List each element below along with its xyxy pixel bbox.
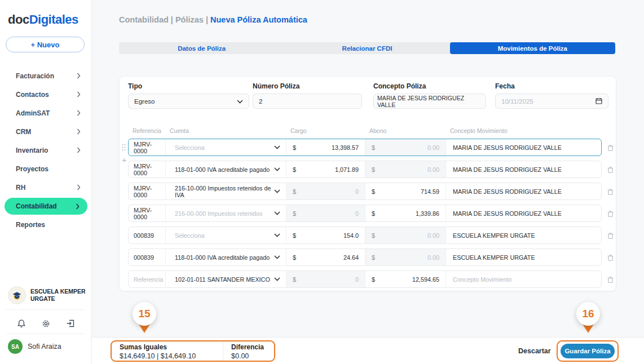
sidebar-item-facturacion[interactable]: Facturación <box>0 66 92 85</box>
chevron-right-icon <box>77 147 81 153</box>
tab-bar: Datos de Póliza Relacionar CFDI Movimien… <box>119 42 615 54</box>
sumas-iguales-value: $14,649.10 | $14,649.10 <box>120 352 223 360</box>
tipo-select[interactable]: Egreso <box>128 94 249 109</box>
cuenta-select[interactable]: 216-10-000 Impuestos retenidos de IVA <box>165 183 286 199</box>
chevron-right-icon <box>77 73 81 79</box>
abono-input[interactable]: $0.00 <box>365 161 445 177</box>
concepto-movimiento-input[interactable]: MARIA DE JESUS RODRIGUEZ VALLE <box>445 183 601 199</box>
cuenta-select[interactable]: 102-01-011 SANTANDER MEXICO <box>165 271 286 287</box>
cargo-input[interactable]: $1,071.89 <box>286 161 365 177</box>
trash-icon[interactable] <box>607 188 614 196</box>
cargo-input[interactable]: $24.64 <box>286 249 365 265</box>
trash-icon[interactable] <box>607 254 614 261</box>
concepto-poliza-input[interactable]: MARIA DE JESUS RODRIGUEZ VALLE <box>373 94 486 109</box>
concepto-movimiento-input[interactable]: MARIA DE JESUS RODRIGUEZ VALLE <box>445 139 601 156</box>
abono-input[interactable]: $0.00 <box>365 227 445 243</box>
sidebar-item-inventario[interactable]: Inventario <box>0 141 92 159</box>
abono-input[interactable]: $714.59 <box>365 183 445 199</box>
sumas-iguales-label: Sumas Iguales <box>120 343 223 351</box>
trash-icon[interactable] <box>607 166 614 174</box>
cargo-input[interactable]: $0 <box>286 205 365 221</box>
concepto-movimiento-input[interactable]: ESCUELA KEMPER URGATE <box>445 249 601 265</box>
organization-switcher[interactable]: ESCUELA KEMPER URGATE <box>8 286 87 304</box>
logout-icon[interactable] <box>64 317 77 330</box>
col-concepto-movimiento: Concepto Movimiento <box>445 127 602 134</box>
fecha-input[interactable]: 10/11/2025 <box>495 94 608 109</box>
abono-input[interactable]: $12,594.65 <box>365 271 445 287</box>
trash-icon[interactable] <box>607 232 614 239</box>
numero-poliza-label: Número Póliza <box>253 82 362 90</box>
cuenta-select[interactable]: 118-01-000 IVA acreditable pagado <box>165 161 286 177</box>
chevron-down-icon <box>274 189 280 193</box>
drag-handle-icon[interactable] <box>121 143 126 153</box>
referencia-cell[interactable]: 000839 <box>129 249 165 265</box>
chevron-right-icon <box>77 110 81 116</box>
cuenta-select[interactable]: 118-01-000 IVA acreditable pagado <box>165 249 286 265</box>
chevron-right-icon <box>77 128 81 135</box>
calendar-icon[interactable] <box>596 97 602 105</box>
sidebar-item-rh[interactable]: RH <box>0 178 92 197</box>
cargo-input[interactable]: $154.0 <box>286 227 365 243</box>
tab-datos-de-poliza[interactable]: Datos de Póliza <box>119 42 284 54</box>
graduation-cap-icon <box>11 290 23 300</box>
diferencia-label: Diferencia <box>231 343 264 351</box>
referencia-cell[interactable]: MJRV-0000 <box>129 161 165 177</box>
descartar-button[interactable]: Descartar <box>518 338 551 364</box>
concepto-movimiento-input[interactable]: MARIA DE JESUS RODRIGUEZ VALLE <box>445 205 601 221</box>
referencia-cell[interactable]: 000839 <box>129 227 165 243</box>
table-row: MJRV-0000 Selecciona $13,398.57 $0.00 MA… <box>128 139 615 156</box>
sidebar-quick-actions <box>0 317 92 330</box>
abono-input[interactable]: $0.00 <box>365 139 445 156</box>
col-referencia: Referencia <box>128 127 165 134</box>
gear-icon[interactable] <box>39 317 52 330</box>
tab-movimientos-de-poliza[interactable]: Movimientos de Póliza <box>450 42 615 54</box>
table-row: 000839 Selecciona $154.0 $0.00 ESCUELA K… <box>128 227 615 244</box>
trash-icon[interactable] <box>607 210 614 217</box>
poliza-card: Tipo Egreso Número Póliza 2 Concepto Pól… <box>119 76 616 291</box>
sidebar-item-contabilidad[interactable]: Contabilidad <box>5 198 87 215</box>
divider <box>6 334 85 334</box>
referencia-cell[interactable]: MJRV-0000 <box>129 183 165 199</box>
guardar-poliza-highlight: Guardar Póliza <box>557 340 619 362</box>
concepto-movimiento-input[interactable]: MARIA DE JESUS RODRIGUEZ VALLE <box>445 161 601 177</box>
chevron-down-icon <box>274 277 280 281</box>
cuenta-select[interactable]: Selecciona <box>165 139 286 156</box>
sidebar-item-adminsat[interactable]: AdminSAT <box>0 104 92 122</box>
fecha-label: Fecha <box>495 82 608 90</box>
chevron-down-icon <box>237 98 243 105</box>
user-menu[interactable]: SA Sofi Araiza <box>8 339 61 354</box>
table-header: Referencia Cuenta Cargo Abono Concepto M… <box>128 127 602 134</box>
table-row: Referencia 102-01-011 SANTANDER MEXICO $… <box>128 270 615 288</box>
sidebar-item-crm[interactable]: CRM <box>0 122 92 141</box>
bell-icon[interactable] <box>15 317 28 330</box>
cuenta-select[interactable]: 216-00-000 Impuestos retenidos <box>165 205 286 221</box>
cargo-input[interactable]: $0 <box>286 183 365 199</box>
breadcrumb-trail[interactable]: Contabilidad | Pólizas | <box>119 15 208 24</box>
sidebar-item-proyectos[interactable]: Proyectos <box>0 159 92 178</box>
concepto-movimiento-input[interactable]: ESCUELA KEMPER URGATE <box>445 227 601 243</box>
trash-icon[interactable] <box>607 276 614 283</box>
guardar-poliza-button[interactable]: Guardar Póliza <box>561 344 615 358</box>
sidebar-item-contactos[interactable]: Contactos <box>0 85 92 104</box>
cargo-input[interactable]: $13,398.57 <box>286 139 365 156</box>
add-row-icon[interactable]: + <box>122 155 127 165</box>
abono-input[interactable]: $1,339.86 <box>365 205 445 221</box>
referencia-cell[interactable]: MJRV-0000 <box>129 205 165 221</box>
sidebar-item-reportes[interactable]: Reportes <box>0 215 92 234</box>
cuenta-select[interactable]: Selecciona <box>165 227 286 243</box>
abono-input[interactable]: $0.00 <box>365 249 445 265</box>
referencia-cell[interactable]: Referencia <box>129 271 165 287</box>
sumas-panel: Sumas Iguales $14,649.10 | $14,649.10 Di… <box>111 340 275 362</box>
numero-poliza-input[interactable]: 2 <box>253 94 362 109</box>
new-button[interactable]: + Nuevo <box>6 37 85 52</box>
breadcrumb: Contabilidad | Pólizas | Nueva Póliza Au… <box>119 15 307 24</box>
concepto-movimiento-input[interactable]: Concepto Movimiento <box>445 271 601 287</box>
sidebar-menu: Facturación Contactos AdminSAT CRM Inven… <box>0 66 92 234</box>
tab-relacionar-cfdi[interactable]: Relacionar CFDI <box>284 42 449 54</box>
sidebar: docDigitales + Nuevo Facturación Contact… <box>0 0 92 364</box>
organization-name: ESCUELA KEMPER URGATE <box>30 288 87 303</box>
table-row: MJRV-0000 216-00-000 Impuestos retenidos… <box>128 205 615 222</box>
referencia-cell[interactable]: MJRV-0000 <box>129 139 165 156</box>
cargo-input[interactable]: $0 <box>286 271 365 287</box>
trash-icon[interactable] <box>607 144 614 152</box>
